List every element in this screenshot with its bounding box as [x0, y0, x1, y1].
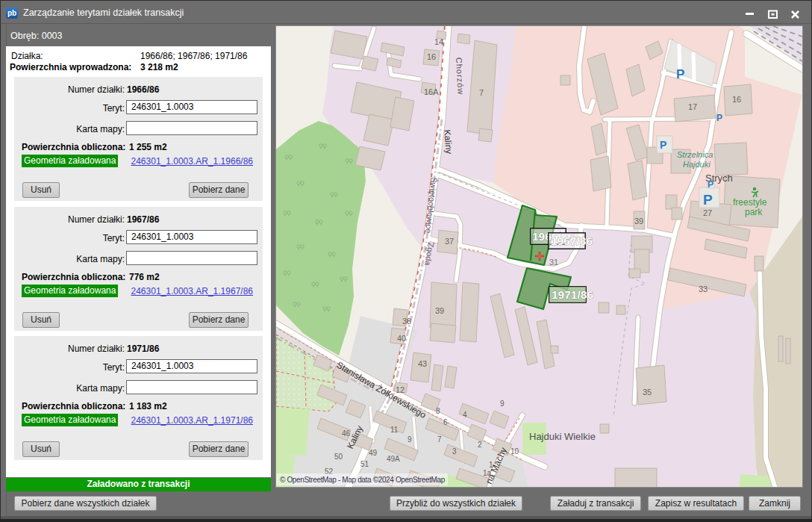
svg-text:P: P	[703, 192, 713, 208]
svg-text:39: 39	[634, 217, 643, 226]
svg-text:Hajduki: Hajduki	[683, 160, 710, 169]
svg-text:1967/86: 1967/86	[551, 234, 593, 247]
svg-text:© OpenStreetMap - Map data ©20: © OpenStreetMap - Map data ©2024 OpenStr…	[280, 476, 446, 484]
svg-text:40: 40	[397, 334, 406, 343]
svg-text:43: 43	[418, 359, 427, 368]
svg-text:35: 35	[643, 388, 652, 397]
svg-text:17: 17	[688, 102, 697, 111]
svg-text:8: 8	[436, 407, 440, 415]
svg-text:park: park	[745, 207, 763, 217]
svg-text:7: 7	[437, 435, 442, 444]
svg-text:Hajduki Wielkie: Hajduki Wielkie	[529, 431, 596, 442]
svg-text:49: 49	[369, 449, 378, 457]
svg-text:P: P	[716, 113, 722, 123]
svg-text:16: 16	[427, 52, 436, 61]
svg-text:P: P	[708, 179, 713, 190]
svg-text:freestyle: freestyle	[733, 197, 767, 208]
svg-text:49A: 49A	[387, 455, 400, 463]
svg-text:1971/86: 1971/86	[552, 288, 593, 301]
svg-text:50: 50	[334, 453, 343, 461]
svg-text:38: 38	[402, 317, 411, 326]
svg-text:37: 37	[445, 237, 454, 246]
svg-text:27: 27	[703, 208, 712, 217]
svg-text:9: 9	[500, 400, 505, 408]
svg-text:31: 31	[549, 258, 558, 267]
svg-text:4: 4	[463, 411, 467, 419]
svg-text:39: 39	[435, 306, 444, 315]
svg-text:6: 6	[443, 418, 448, 426]
svg-text:14: 14	[434, 37, 443, 46]
svg-text:10: 10	[510, 447, 519, 456]
svg-text:3: 3	[452, 447, 457, 456]
svg-text:33: 33	[699, 285, 708, 293]
svg-text:16: 16	[732, 95, 741, 104]
svg-text:P: P	[676, 67, 684, 81]
svg-text:7: 7	[479, 88, 484, 97]
svg-text:9: 9	[407, 435, 412, 444]
svg-text:2: 2	[478, 441, 482, 449]
svg-text:Strzelnica: Strzelnica	[677, 150, 713, 159]
svg-text:Kaliny: Kaliny	[442, 129, 455, 155]
svg-text:P: P	[660, 139, 666, 151]
svg-text:51: 51	[360, 460, 369, 468]
svg-text:11: 11	[390, 426, 399, 434]
svg-text:16A: 16A	[424, 87, 439, 96]
